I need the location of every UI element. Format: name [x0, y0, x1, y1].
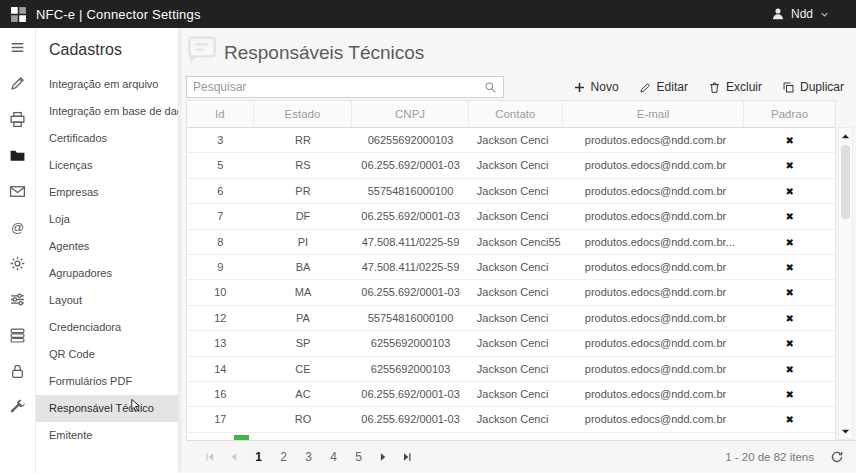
- page-number[interactable]: 5: [346, 446, 371, 468]
- sidebar-item[interactable]: Certificados: [36, 125, 178, 152]
- table-row[interactable]: 10 MA 06.255.692/0001-03 Jackson Cenci p…: [187, 280, 835, 305]
- scrollbar-down-button[interactable]: [839, 424, 852, 438]
- column-header-id[interactable]: Id: [187, 101, 254, 127]
- table-row[interactable]: 5 RS 06.255.692/0001-03 Jackson Cenci pr…: [187, 153, 835, 178]
- cell-padrao-x-mark: ✖: [744, 230, 835, 254]
- column-header-email[interactable]: E-mail: [563, 101, 744, 127]
- printer-icon[interactable]: [9, 111, 26, 128]
- scrollbar-thumb[interactable]: [841, 145, 850, 219]
- table-row[interactable]: 13 SP 6255692000103 Jackson Cenci produt…: [187, 331, 835, 356]
- cell-id: 7: [187, 204, 254, 228]
- table-row[interactable]: 7 DF 06.255.692/0001-03 Jackson Cenci pr…: [187, 204, 835, 229]
- cell-contato: Jackson Cenci: [469, 357, 563, 381]
- last-page-button[interactable]: [395, 447, 419, 467]
- edit-button[interactable]: Editar: [639, 80, 688, 94]
- table-row[interactable]: 12 PA 55754816000100 Jackson Cenci produ…: [187, 306, 835, 331]
- trash-icon: [708, 81, 721, 94]
- sidebar-item[interactable]: Licenças: [36, 152, 178, 179]
- table-row[interactable]: 8 PI 47.508.411/0225-59 Jackson Cenci55 …: [187, 230, 835, 255]
- menu-icon[interactable]: [9, 39, 26, 56]
- first-page-button[interactable]: [198, 447, 222, 467]
- cell-estado: SP: [254, 331, 352, 355]
- sidebar-item-label: Certificados: [49, 132, 107, 144]
- table-row[interactable]: 9 BA 47.508.411/0225-59 Jackson Cenci pr…: [187, 255, 835, 280]
- sidebar-item[interactable]: Responsável Técnico: [36, 395, 178, 422]
- envelope-icon[interactable]: [9, 183, 26, 200]
- search-input[interactable]: [193, 80, 484, 94]
- cell-email: produtos.edocs@ndd.com.br: [563, 204, 744, 228]
- cell-id: 12: [187, 306, 254, 330]
- cell-email: produtos.edocs@ndd.com.br: [563, 255, 744, 279]
- cell-id: 16: [187, 382, 254, 406]
- cell-id: 9: [187, 255, 254, 279]
- grid-header-row: Id Estado CNPJ Contato E-mail Padrao: [187, 101, 835, 128]
- column-header-cnpj[interactable]: CNPJ: [352, 101, 469, 127]
- duplicate-button[interactable]: Duplicar: [782, 80, 844, 94]
- sidebar-item[interactable]: Formulários PDF: [36, 368, 178, 395]
- sidebar-item[interactable]: Agentes: [36, 233, 178, 260]
- table-row[interactable]: 6 PR 55754816000100 Jackson Cenci produt…: [187, 179, 835, 204]
- delete-button[interactable]: Excluir: [708, 80, 762, 94]
- sidebar: Cadastros Integração em arquivo Integraç…: [36, 28, 178, 473]
- cell-id: 5: [187, 153, 254, 177]
- table-row[interactable]: 3 RR 06255692000103 Jackson Cenci produt…: [187, 128, 835, 153]
- table-row[interactable]: 16 AC 06.255.692/0001-03 Jackson Cenci p…: [187, 382, 835, 407]
- page-number[interactable]: 2: [271, 446, 296, 468]
- search-icon: [484, 81, 497, 94]
- page-number[interactable]: 4: [321, 446, 346, 468]
- cell-email: produtos.edocs@ndd.com.br: [563, 407, 744, 431]
- table-row[interactable]: 17 RO 06.255.692/0001-03 Jackson Cenci p…: [187, 407, 835, 432]
- page-number[interactable]: 1: [246, 446, 271, 468]
- sidebar-item-label: Loja: [49, 213, 70, 225]
- cell-id: 3: [187, 128, 254, 152]
- toolbar: Novo Editar Excluir Duplicar: [186, 75, 844, 99]
- user-menu[interactable]: Ndd: [771, 7, 830, 21]
- cell-id: 8: [187, 230, 254, 254]
- scrollbar-up-button[interactable]: [839, 129, 852, 143]
- sliders-icon[interactable]: [9, 291, 26, 308]
- previous-page-button[interactable]: [222, 447, 246, 467]
- column-header-padrao[interactable]: Padrao: [744, 101, 835, 127]
- cell-email: produtos.edocs@ndd.com.br: [563, 331, 744, 355]
- sidebar-item[interactable]: Emitente: [36, 422, 178, 449]
- sidebar-item-label: Credenciadora: [49, 321, 121, 333]
- sidebar-item[interactable]: Agrupadores: [36, 260, 178, 287]
- cell-contato: Jackson Cenci: [469, 280, 563, 304]
- wrench-icon[interactable]: [9, 399, 26, 416]
- column-header-estado[interactable]: Estado: [254, 101, 352, 127]
- cell-cnpj: 06255692000103: [352, 128, 469, 152]
- refresh-button[interactable]: [830, 450, 844, 464]
- new-button[interactable]: Novo: [573, 80, 619, 94]
- pen-icon[interactable]: [9, 75, 26, 92]
- grid-scrollbar[interactable]: [838, 127, 853, 440]
- sidebar-item[interactable]: Integração em base de dados: [36, 98, 178, 125]
- sidebar-item[interactable]: QR Code: [36, 341, 178, 368]
- sidebar-item[interactable]: Integração em arquivo: [36, 71, 178, 98]
- folder-icon[interactable]: [9, 147, 26, 164]
- sidebar-item[interactable]: Loja: [36, 206, 178, 233]
- cell-estado: MA: [254, 280, 352, 304]
- sidebar-title: Cadastros: [36, 28, 178, 71]
- cell-contato: Jackson Cenci: [469, 255, 563, 279]
- next-page-button[interactable]: [371, 447, 395, 467]
- sidebar-item[interactable]: Empresas: [36, 179, 178, 206]
- table-row-partial[interactable]: [187, 433, 835, 440]
- sidebar-item[interactable]: Layout: [36, 287, 178, 314]
- cell-contato: Jackson Cenci: [469, 407, 563, 431]
- cell-cnpj: 47.508.411/0225-59: [352, 255, 469, 279]
- next-page-icon: [377, 451, 389, 463]
- page-number[interactable]: 3: [296, 446, 321, 468]
- last-page-icon: [401, 451, 413, 463]
- layers-icon[interactable]: [9, 327, 26, 344]
- cell-padrao-x-mark: ✖: [744, 128, 835, 152]
- cell-contato: Jackson Cenci: [469, 153, 563, 177]
- table-row[interactable]: 14 CE 6255692000103 Jackson Cenci produt…: [187, 357, 835, 382]
- column-header-contato[interactable]: Contato: [469, 101, 563, 127]
- sidebar-item[interactable]: Credenciadora: [36, 314, 178, 341]
- lock-icon[interactable]: [9, 363, 26, 380]
- gear-icon[interactable]: [9, 255, 26, 272]
- chevron-down-icon: [819, 9, 830, 20]
- at-icon[interactable]: @: [9, 219, 26, 236]
- cell-estado: RO: [254, 407, 352, 431]
- sidebar-item-label: Licenças: [49, 159, 92, 171]
